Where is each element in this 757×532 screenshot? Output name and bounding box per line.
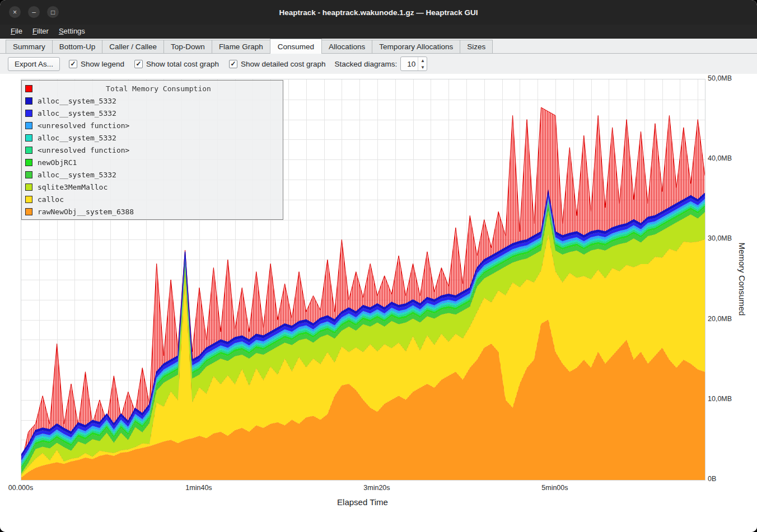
legend-item: <unresolved function> [25,119,279,131]
y-tick-label: 20,0MB [708,315,732,323]
tab-bottom-up[interactable]: Bottom-Up [52,40,103,53]
chart-legend: Total Memory Consumptionalloc__system_53… [21,80,283,220]
tab-consumed[interactable]: Consumed [270,39,322,54]
legend-swatch [25,147,32,154]
checkbox-label: Show detailed cost graph [241,60,326,68]
menu-item-settings[interactable]: Settings [54,25,90,38]
legend-label: alloc__system_5332 [38,134,116,142]
legend-item: calloc [25,193,279,205]
y-axis-title: Memory Consumed [737,243,747,316]
tab-caller-callee[interactable]: Caller / Callee [102,40,164,53]
y-tick-label: 50,0MB [708,74,732,82]
x-tick-label: 3min20s [363,484,390,492]
legend-label: <unresolved function> [38,146,129,154]
minimize-button[interactable]: – [28,6,40,18]
checkbox-checked-icon: ✓ [229,60,237,68]
checkbox-show-legend[interactable]: ✓Show legend [69,60,124,68]
checkbox-checked-icon: ✓ [69,60,77,68]
legend-swatch [25,97,32,105]
tab-flame-graph[interactable]: Flame Graph [212,40,270,53]
legend-label: sqlite3MemMalloc [38,183,108,191]
export-as-button[interactable]: Export As... [8,57,60,71]
legend-label: alloc__system_5332 [38,109,116,117]
checkbox-show-detailed-cost-graph[interactable]: ✓Show detailed cost graph [229,60,326,68]
legend-label: alloc__system_5332 [38,97,116,105]
legend-label: alloc__system_5332 [38,171,116,179]
spinbox-down-button[interactable]: ▼ [418,64,427,70]
legend-swatch [25,134,32,142]
y-tick-label: 40,0MB [708,154,732,162]
legend-swatch [25,183,32,191]
x-tick-label: 00.000s [8,484,33,492]
checkbox-show-total-cost-graph[interactable]: ✓Show total cost graph [134,60,219,68]
legend-swatch [25,159,32,166]
y-tick-label: 10,0MB [708,395,732,403]
menu-item-filter[interactable]: Filter [27,25,54,38]
legend-swatch [25,122,32,129]
legend-swatch [25,208,32,215]
legend-item: <unresolved function> [25,144,279,156]
y-tick-label: 30,0MB [708,234,732,242]
toolbar: Export As... ✓Show legend✓Show total cos… [0,54,757,74]
legend-item: rawNewObj__system_6388 [25,205,279,218]
legend-label: calloc [38,195,64,204]
legend-swatch [25,110,32,117]
plot-region: Total Memory Consumptionalloc__system_53… [21,79,705,481]
maximize-button[interactable]: □ [47,6,59,18]
stacked-diagrams-spinbox[interactable]: 10 ▲ ▼ [400,57,427,71]
tab-summary[interactable]: Summary [6,40,53,53]
spinbox-value: 10 [401,57,418,70]
titlebar[interactable]: ×–□ Heaptrack - heaptrack.wakunode.1.gz … [0,0,757,25]
legend-item: alloc__system_5332 [25,107,279,119]
checkbox-label: Show legend [81,60,124,68]
legend-item: alloc__system_5332 [25,95,279,107]
menu-item-file[interactable]: File [6,25,27,38]
legend-label: rawNewObj__system_6388 [38,208,134,216]
legend-label: newObjRC1 [38,158,77,167]
toolbar-checkboxes: ✓Show legend✓Show total cost graph✓Show … [69,60,326,68]
maximize-icon: □ [51,9,55,16]
x-tick-label: 5min00s [541,484,568,492]
legend-swatch [25,171,32,178]
legend-item: sqlite3MemMalloc [25,181,279,193]
legend-label: <unresolved function> [38,121,129,130]
close-button[interactable]: × [9,6,21,18]
tab-bar: SummaryBottom-UpCaller / CalleeTop-DownF… [0,39,757,54]
y-tick-label: 0B [708,475,716,483]
x-axis-title: Elapsed Time [21,497,704,507]
legend-item: alloc__system_5332 [25,168,279,181]
minimize-icon: – [32,9,36,16]
x-tick-label: 1min40s [185,484,212,492]
app-window: ×–□ Heaptrack - heaptrack.wakunode.1.gz … [0,0,757,532]
legend-swatch [25,196,32,203]
spinbox-up-button[interactable]: ▲ [418,57,427,64]
legend-item: newObjRC1 [25,156,279,168]
tab-top-down[interactable]: Top-Down [163,40,212,53]
window-title: Heaptrack - heaptrack.wakunode.1.gz — He… [0,0,757,25]
close-icon: × [13,9,17,16]
checkbox-label: Show total cost graph [146,60,219,68]
legend-item: Total Memory Consumption [25,82,279,95]
tab-allocations[interactable]: Allocations [321,40,372,53]
window-controls: ×–□ [9,6,59,18]
chart-area: Total Memory Consumptionalloc__system_53… [0,74,757,532]
stacked-diagrams-label: Stacked diagrams: [335,60,398,68]
legend-item: alloc__system_5332 [25,131,279,144]
legend-swatch [25,85,32,92]
legend-title: Total Memory Consumption [38,84,279,93]
menu-bar: FileFilterSettings [0,25,757,39]
tab-temporary-allocations[interactable]: Temporary Allocations [372,40,460,53]
checkbox-checked-icon: ✓ [134,60,143,68]
spinbox-arrows: ▲ ▼ [418,57,427,70]
tab-sizes[interactable]: Sizes [460,40,493,53]
